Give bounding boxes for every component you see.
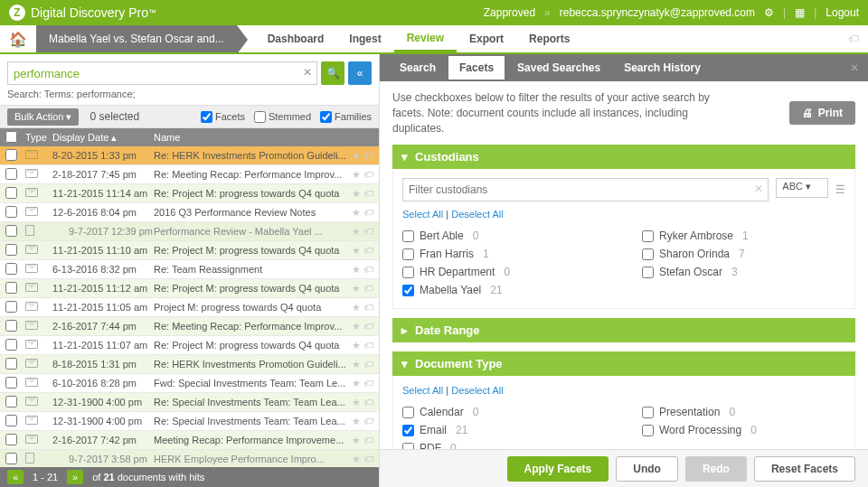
table-row[interactable]: 11-21-2015 11:05 amProject M: progress t…	[0, 298, 379, 317]
bulk-action-dropdown[interactable]: Bulk Action ▾	[7, 108, 79, 126]
tag-icon[interactable]: 🏷	[363, 340, 373, 351]
row-checkbox[interactable]	[5, 434, 17, 445]
gear-icon[interactable]: ⚙	[764, 6, 774, 19]
tag-icon[interactable]: 🏷	[848, 33, 859, 45]
tag-icon[interactable]: 🏷	[363, 207, 373, 218]
select-all-checkbox[interactable]	[5, 131, 17, 143]
table-row[interactable]: 11-21-2015 11:10 amRe: Project M: progre…	[0, 241, 379, 260]
navtab-reports[interactable]: Reports	[516, 25, 582, 52]
list-view-icon[interactable]: ☰	[835, 183, 845, 196]
row-checkbox[interactable]	[5, 187, 17, 199]
custodians-deselect-all[interactable]: Deselect All	[451, 209, 503, 220]
close-panel-icon[interactable]: ✕	[850, 61, 859, 74]
table-row[interactable]: 6-13-2016 8:32 pmRe: Team Reassignment★ …	[0, 260, 379, 279]
table-row[interactable]: 9-7-2017 12:39 pmPerformance Review - Ma…	[0, 222, 379, 241]
facet-item[interactable]: Stefan Oscar 3	[642, 263, 845, 281]
table-row[interactable]: 11-21-2015 11:14 amRe: Project M: progre…	[0, 184, 379, 203]
facet-item[interactable]: Sharon Orinda 7	[642, 245, 845, 263]
star-icon[interactable]: ★	[352, 169, 361, 180]
star-icon[interactable]: ★	[352, 188, 361, 199]
print-button[interactable]: 🖨Print	[789, 101, 855, 125]
doctype-deselect-all[interactable]: Deselect All	[451, 385, 503, 396]
tag-icon[interactable]: 🏷	[363, 226, 373, 237]
doctype-select-all[interactable]: Select All	[402, 385, 443, 396]
logout-link[interactable]: Logout	[826, 6, 859, 19]
col-name[interactable]: Name	[154, 132, 373, 143]
table-row[interactable]: 6-10-2016 8:28 pmFwd: Special Investment…	[0, 374, 379, 393]
tag-icon[interactable]: 🏷	[363, 435, 373, 445]
pager-first[interactable]: «	[7, 470, 24, 484]
navtab-dashboard[interactable]: Dashboard	[255, 25, 337, 52]
star-icon[interactable]: ★	[352, 302, 361, 313]
facet-item[interactable]: Fran Harris 1	[402, 245, 606, 263]
table-row[interactable]: 2-16-2017 7:44 pmRe: Meeting Recap: Perf…	[0, 317, 379, 336]
search-input[interactable]	[7, 61, 317, 85]
star-icon[interactable]: ★	[352, 226, 361, 237]
col-date[interactable]: Display Date ▴	[52, 132, 154, 144]
table-row[interactable]: 11-21-2015 11:07 amRe: Project M: progre…	[0, 336, 379, 355]
home-icon[interactable]: 🏠	[0, 25, 36, 52]
account-name[interactable]: Zapproved	[484, 6, 535, 19]
rtab-search[interactable]: Search	[389, 56, 447, 80]
tag-icon[interactable]: 🏷	[363, 169, 373, 180]
tag-icon[interactable]: 🏷	[363, 302, 373, 313]
tag-icon[interactable]: 🏷	[363, 245, 373, 256]
pager-last[interactable]: »	[67, 470, 83, 484]
facet-item[interactable]: Email 21	[402, 421, 606, 439]
row-checkbox[interactable]	[5, 453, 17, 464]
families-checkbox[interactable]: Families	[320, 111, 372, 123]
matter-breadcrumb[interactable]: Mabella Yael vs. Stefan Oscar and...	[36, 25, 237, 52]
tag-icon[interactable]: 🏷	[363, 283, 373, 294]
tag-icon[interactable]: 🏷	[363, 454, 373, 464]
facet-item[interactable]: Calendar 0	[402, 403, 606, 421]
table-row[interactable]: 8-20-2015 1:33 pmRe: HERK Investments Pr…	[0, 146, 379, 165]
facet-item[interactable]: Ryker Ambrose 1	[642, 227, 845, 245]
row-checkbox[interactable]	[5, 282, 17, 294]
star-icon[interactable]: ★	[352, 359, 361, 370]
table-row[interactable]: 9-7-2017 3:58 pmHERK Employee Performanc…	[0, 450, 379, 467]
table-row[interactable]: 2-16-2017 7:42 pmMeeting Recap: Performa…	[0, 431, 379, 450]
stemmed-checkbox[interactable]: Stemmed	[254, 111, 311, 123]
daterange-header[interactable]: ▸Date Range	[392, 318, 855, 342]
row-checkbox[interactable]	[5, 263, 17, 275]
facet-item[interactable]: HR Department 0	[402, 263, 606, 281]
navtab-ingest[interactable]: Ingest	[336, 25, 393, 52]
row-checkbox[interactable]	[5, 149, 17, 161]
row-checkbox[interactable]	[5, 206, 17, 218]
facet-item[interactable]: Bert Able 0	[402, 227, 606, 245]
undo-button[interactable]: Undo	[616, 456, 678, 482]
rtab-saved-searches[interactable]: Saved Searches	[506, 56, 611, 80]
row-checkbox[interactable]	[5, 168, 17, 180]
navtab-export[interactable]: Export	[457, 25, 516, 52]
clear-filter-icon[interactable]: ✕	[754, 183, 763, 195]
star-icon[interactable]: ★	[352, 283, 361, 294]
facets-checkbox[interactable]: Facets	[201, 111, 245, 123]
star-icon[interactable]: ★	[352, 321, 361, 332]
star-icon[interactable]: ★	[352, 264, 361, 275]
apps-icon[interactable]: ▦	[795, 6, 805, 19]
tag-icon[interactable]: 🏷	[363, 150, 373, 161]
sort-dropdown[interactable]: ABC ▾	[776, 178, 828, 198]
filter-custodians-input[interactable]	[402, 178, 769, 201]
table-row[interactable]: 2-18-2017 7:45 pmRe: Meeting Recap: Perf…	[0, 165, 379, 184]
tag-icon[interactable]: 🏷	[363, 321, 373, 332]
apply-facets-button[interactable]: Apply Facets	[507, 456, 609, 482]
navtab-review[interactable]: Review	[394, 25, 457, 52]
star-icon[interactable]: ★	[352, 397, 361, 407]
row-checkbox[interactable]	[5, 320, 17, 332]
redo-button[interactable]: Redo	[685, 456, 747, 482]
row-checkbox[interactable]	[5, 377, 17, 389]
collapse-facets-button[interactable]: «	[348, 61, 372, 85]
star-icon[interactable]: ★	[352, 340, 361, 351]
tag-icon[interactable]: 🏷	[363, 188, 373, 199]
star-icon[interactable]: ★	[352, 435, 361, 445]
table-row[interactable]: 11-21-2015 11:12 amRe: Project M: progre…	[0, 279, 379, 298]
user-email[interactable]: rebecca.sprynczynatyk@zapproved.com	[560, 6, 755, 19]
facet-item[interactable]: Mabella Yael 21	[402, 281, 606, 299]
custodians-select-all[interactable]: Select All	[402, 209, 443, 220]
row-checkbox[interactable]	[5, 396, 17, 407]
tag-icon[interactable]: 🏷	[363, 359, 373, 370]
table-row[interactable]: 12-31-1900 4:00 pmRe: Special Investment…	[0, 393, 379, 412]
reset-facets-button[interactable]: Reset Facets	[754, 456, 855, 482]
tag-icon[interactable]: 🏷	[363, 416, 373, 426]
